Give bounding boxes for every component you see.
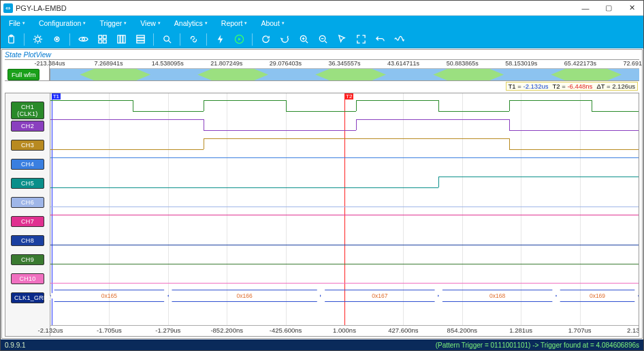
window-title: PGY-LA-EMBD	[16, 4, 574, 12]
channel-badge-clk1_grp1[interactable]: CLK1_GRP1	[11, 292, 44, 303]
menu-configuration[interactable]: Configuration▾	[32, 16, 93, 31]
time-axis: -2.132us-1.705us-1.279us-852.200ns-425.6…	[50, 325, 639, 336]
clipboard-icon[interactable]	[3, 32, 18, 47]
xaxis-tick: 2.134us	[627, 326, 639, 334]
svg-rect-8	[98, 40, 101, 43]
play-icon[interactable]	[231, 32, 246, 47]
bus-value: 0x169	[590, 292, 605, 299]
bus-cell: 0x167	[321, 290, 438, 302]
statusbar: 0.9.9.1 (Pattern Trigger = 0111001101) -…	[1, 339, 643, 350]
menu-view[interactable]: View▾	[133, 16, 167, 31]
bus-cell: 0x168	[438, 290, 556, 302]
app-window: ⇔ PGY-LA-EMBD — ▢ ✕ File▾Configuration▾T…	[0, 0, 644, 351]
wave-icon[interactable]	[391, 32, 406, 47]
xaxis-tick: 1.281us	[509, 326, 532, 334]
channel-badge-ch5[interactable]: CH5	[11, 178, 44, 189]
svg-point-4	[56, 38, 57, 40]
delta-row: T1 = -2.132us T2 = -6.448ns ΔT = 2.126us	[2, 81, 642, 91]
overview-tick: 21.807249s	[210, 60, 242, 67]
channel-badge-ch6[interactable]: CH6	[11, 197, 44, 208]
xaxis-tick: -852.200ns	[210, 326, 243, 334]
overview-tick: 65.422173s	[564, 60, 596, 67]
gear-icon[interactable]	[30, 32, 45, 47]
undo-icon[interactable]	[372, 32, 387, 47]
menu-about[interactable]: About▾	[254, 16, 291, 31]
svg-rect-6	[98, 35, 101, 39]
titlebar: ⇔ PGY-LA-EMBD — ▢ ✕	[1, 1, 643, 16]
overview-axis: -213.384us7.268941s14.538095s21.807249s2…	[50, 60, 639, 69]
menu-trigger[interactable]: Trigger▾	[93, 16, 133, 31]
plot-area[interactable]: T1 T2 -2.132us-1.705us-1.279us-852.200ns…	[50, 93, 639, 336]
full-wfm-badge[interactable]: Full wfm	[5, 69, 49, 80]
channel-badge-ch7[interactable]: CH7	[11, 216, 44, 227]
overview-panel: Full wfm -213.384us7.268941s14.538095s21…	[2, 59, 642, 81]
xaxis-tick: -1.705us	[97, 326, 122, 334]
grid-icon[interactable]	[95, 32, 110, 47]
xaxis-tick: 1.000ns	[333, 326, 356, 334]
svg-rect-14	[136, 38, 144, 40]
svg-rect-10	[117, 35, 119, 43]
trace	[50, 245, 639, 245]
version-label: 0.9.9.1	[5, 341, 26, 349]
link-icon[interactable]	[186, 32, 201, 47]
overview-tick: 72.691327s	[623, 60, 643, 67]
bus-cell: 0x165	[50, 290, 168, 302]
channel-column: CH1 (CLK1)CH2CH3CH4CH5CH6CH7CH8CH9CH10CL…	[5, 93, 50, 336]
overview-tick: 36.345557s	[328, 60, 360, 67]
svg-point-5	[82, 38, 84, 41]
overview-tick: 29.076403s	[270, 60, 302, 67]
xaxis-tick: -425.600ns	[270, 326, 302, 334]
cursor-icon[interactable]	[334, 32, 349, 47]
svg-rect-7	[103, 35, 106, 39]
eye-icon[interactable]	[76, 32, 91, 47]
close-button[interactable]: ✕	[620, 1, 643, 16]
svg-rect-11	[120, 35, 122, 43]
trace	[50, 207, 639, 207]
refresh-icon[interactable]	[258, 32, 273, 47]
channel-badge-ch9[interactable]: CH9	[11, 254, 44, 265]
menubar: File▾Configuration▾Trigger▾View▾Analytic…	[1, 16, 643, 31]
bus-value: 0x165	[101, 292, 117, 299]
trace	[50, 157, 639, 158]
channel-badge-ch1clk1[interactable]: CH1 (CLK1)	[11, 102, 44, 119]
bus-value: 0x167	[372, 292, 387, 299]
overview-wave[interactable]	[50, 69, 639, 80]
svg-rect-12	[123, 35, 125, 43]
overview-tick: 50.883865s	[447, 60, 479, 67]
delta-box: T1 = -2.132us T2 = -6.448ns ΔT = 2.126us	[506, 82, 638, 91]
zoom-out-icon[interactable]	[315, 32, 330, 47]
rotate-icon[interactable]	[277, 32, 292, 47]
svg-point-16	[163, 36, 169, 42]
menu-analytics[interactable]: Analytics▾	[167, 16, 214, 31]
svg-rect-9	[103, 40, 106, 43]
columns-icon[interactable]	[114, 32, 129, 47]
overview-tick: -213.384us	[34, 60, 65, 67]
channel-badge-ch3[interactable]: CH3	[11, 140, 44, 151]
channel-badge-ch8[interactable]: CH8	[11, 235, 44, 246]
svg-rect-13	[136, 35, 144, 37]
menu-file[interactable]: File▾	[2, 16, 32, 31]
channel-badge-ch4[interactable]: CH4	[11, 159, 44, 170]
rows-icon[interactable]	[133, 32, 148, 47]
overview-tick: 7.268941s	[95, 60, 123, 67]
minimize-button[interactable]: —	[574, 1, 597, 16]
xaxis-tick: 427.600ns	[388, 326, 418, 334]
overview-tick: 14.538095s	[152, 60, 184, 67]
trace	[50, 215, 639, 215]
trace	[50, 283, 639, 284]
bus-cell: 0x169	[556, 290, 639, 302]
channel-badge-ch2[interactable]: CH2	[11, 121, 44, 132]
xaxis-tick: -2.132us	[38, 326, 63, 334]
menu-report[interactable]: Report▾	[214, 16, 255, 31]
maximize-button[interactable]: ▢	[597, 1, 620, 16]
app-icon: ⇔	[3, 3, 13, 13]
gear-icon-2[interactable]	[49, 32, 64, 47]
xaxis-tick: 1.707us	[568, 326, 592, 334]
bus-value: 0x166	[237, 292, 253, 299]
flash-icon[interactable]	[212, 32, 227, 47]
search-icon[interactable]	[159, 32, 174, 47]
body: State PlotView Full wfm -213.384us7.2689…	[1, 49, 643, 339]
expand-icon[interactable]	[353, 32, 368, 47]
zoom-in-icon[interactable]	[296, 32, 311, 47]
channel-badge-ch10[interactable]: CH10	[11, 273, 44, 284]
